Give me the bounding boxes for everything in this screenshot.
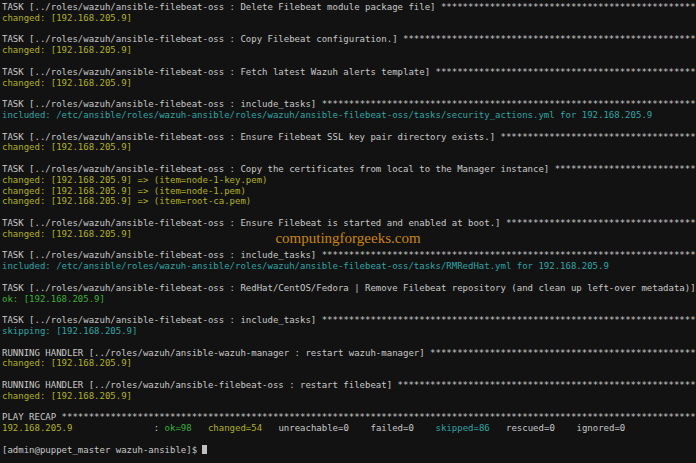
asterisk-fill: ****************************************… [441,2,696,12]
terminal-line: changed: [192.168.205.9] => (item=node-1… [2,175,696,186]
asterisk-fill: ****************************************… [403,34,696,44]
status-changed: changed: [192.168.205.9] => (item=root-c… [2,196,251,206]
recap-gap [490,423,506,433]
status-changed: changed: [192.168.205.9] [2,142,132,152]
recap-skipped: skipped=86 [436,423,490,433]
recap-gap [555,423,577,433]
play-recap-header: PLAY RECAP [2,412,62,422]
status-included: included: /etc/ansible/roles/wazuh-ansib… [2,261,609,271]
task-header: TASK [../roles/wazuh/ansible-filebeat-os… [2,99,322,109]
task-header: TASK [../roles/wazuh/ansible-filebeat-os… [2,132,501,142]
terminal-line [2,56,696,67]
task-header: TASK [../roles/wazuh/ansible-filebeat-os… [2,250,322,260]
asterisk-fill: ****************************************… [430,348,696,358]
task-header: TASK [../roles/wazuh/ansible-filebeat-os… [2,164,555,174]
status-changed: changed: [192.168.205.9] [2,229,132,239]
recap-ok: ok=98 [165,423,192,433]
terminal-line: TASK [../roles/wazuh/ansible-filebeat-os… [2,283,696,294]
terminal-line: PLAY RECAP *****************************… [2,412,696,423]
terminal-line [2,337,696,348]
asterisk-fill: ****************************************… [435,67,696,77]
terminal-line: RUNNING HANDLER [../roles/wazuh/ansible-… [2,348,696,359]
terminal-line: included: /etc/ansible/roles/wazuh-ansib… [2,261,696,272]
terminal-output: TASK [../roles/wazuh/ansible-filebeat-os… [2,2,696,455]
status-changed: changed: [192.168.205.9] [2,13,132,23]
terminal-line [2,434,696,445]
terminal-line: TASK [../roles/wazuh/ansible-filebeat-os… [2,2,696,13]
handler-header: RUNNING HANDLER [../roles/wazuh/ansible-… [2,348,430,358]
asterisk-fill: ************************** [555,164,696,174]
terminal-line: TASK [../roles/wazuh/ansible-filebeat-os… [2,132,696,143]
terminal-line: changed: [192.168.205.9] [2,391,696,402]
terminal-line: changed: [192.168.205.9] [2,45,696,56]
terminal-line: changed: [192.168.205.9] => (item=root-c… [2,196,696,207]
task-header: TASK [../roles/wazuh/ansible-filebeat-os… [2,67,435,77]
terminal-line: RUNNING HANDLER [../roles/wazuh/ansible-… [2,380,696,391]
status-ok: ok: [192.168.205.9] [2,294,105,304]
shell-prompt: [admin@puppet_master wazuh-ansible]$ [2,445,202,455]
asterisk-fill: ****************************************… [398,380,696,390]
terminal-line [2,207,696,218]
terminal-line [2,369,696,380]
recap-gap [192,423,208,433]
recap-gap [414,423,436,433]
asterisk-fill: ****************************************… [322,315,696,325]
asterisk-fill: ************************************ [501,132,696,142]
terminal-line [2,401,696,412]
terminal-screen[interactable]: TASK [../roles/wazuh/ansible-filebeat-os… [0,0,696,463]
terminal-line: TASK [../roles/wazuh/ansible-filebeat-os… [2,218,696,229]
task-header: TASK [../roles/wazuh/ansible-filebeat-os… [2,283,696,293]
asterisk-fill: ****************************************… [322,99,696,109]
terminal-line: 192.168.205.9 : ok=98 changed=54 unreach… [2,423,696,434]
recap-ignored: ignored=0 [577,423,626,433]
terminal-line [2,240,696,251]
terminal-line: skipping: [192.168.205.9] [2,326,696,337]
status-changed: changed: [192.168.205.9] => (item=node-1… [2,186,246,196]
terminal-line [2,88,696,99]
terminal-line: TASK [../roles/wazuh/ansible-filebeat-os… [2,250,696,261]
terminal-cursor [202,445,207,454]
terminal-line: changed: [192.168.205.9] [2,229,696,240]
task-header: TASK [../roles/wazuh/ansible-filebeat-os… [2,2,441,12]
terminal-line [2,304,696,315]
handler-header: RUNNING HANDLER [../roles/wazuh/ansible-… [2,380,398,390]
terminal-line: changed: [192.168.205.9] [2,358,696,369]
terminal-line [2,153,696,164]
status-changed: changed: [192.168.205.9] => (item=node-1… [2,175,268,185]
recap-unreachable: unreachable=0 [278,423,348,433]
terminal-line: TASK [../roles/wazuh/ansible-filebeat-os… [2,164,696,175]
terminal-line: changed: [192.168.205.9] [2,13,696,24]
recap-gap [262,423,278,433]
status-changed: changed: [192.168.205.9] [2,45,132,55]
asterisk-fill: ****************************************… [322,250,696,260]
terminal-line: TASK [../roles/wazuh/ansible-filebeat-os… [2,315,696,326]
status-changed: changed: [192.168.205.9] [2,391,132,401]
terminal-line [2,272,696,283]
terminal-line: TASK [../roles/wazuh/ansible-filebeat-os… [2,67,696,78]
recap-failed: failed=0 [371,423,414,433]
terminal-line: [admin@puppet_master wazuh-ansible]$ [2,445,696,456]
terminal-line [2,121,696,132]
recap-rescued: rescued=0 [506,423,555,433]
status-changed: changed: [192.168.205.9] [2,78,132,88]
terminal-line: TASK [../roles/wazuh/ansible-filebeat-os… [2,99,696,110]
asterisk-fill: ****************************************… [62,412,696,422]
status-changed: changed: [192.168.205.9] [2,358,132,368]
terminal-line: changed: [192.168.205.9] [2,78,696,89]
recap-changed: changed=54 [208,423,262,433]
recap-gap [349,423,371,433]
status-included: included: /etc/ansible/roles/wazuh-ansib… [2,110,652,120]
task-header: TASK [../roles/wazuh/ansible-filebeat-os… [2,315,322,325]
terminal-line: changed: [192.168.205.9] => (item=node-1… [2,186,696,197]
task-header: TASK [../roles/wazuh/ansible-filebeat-os… [2,218,506,228]
terminal-line: TASK [../roles/wazuh/ansible-filebeat-os… [2,34,696,45]
recap-host: 192.168.205.9 [2,423,72,433]
asterisk-fill: *********************************** [506,218,696,228]
terminal-line: ok: [192.168.205.9] [2,294,696,305]
recap-separator: : [72,423,164,433]
terminal-line [2,24,696,35]
task-header: TASK [../roles/wazuh/ansible-filebeat-os… [2,34,403,44]
terminal-line: changed: [192.168.205.9] [2,142,696,153]
status-skipping: skipping: [192.168.205.9] [2,326,137,336]
terminal-line: included: /etc/ansible/roles/wazuh-ansib… [2,110,696,121]
